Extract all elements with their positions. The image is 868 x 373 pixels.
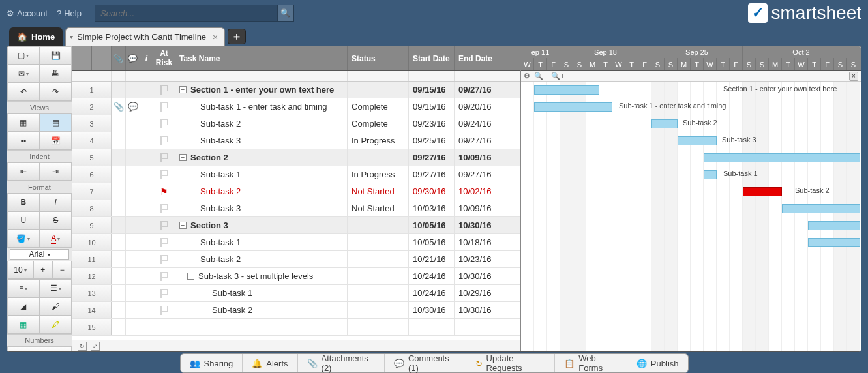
- task-name-cell[interactable]: Sub-task 1: [175, 234, 348, 250]
- table-row[interactable]: 1−Section 1 - enter your own text here09…: [72, 82, 520, 98]
- indent-button[interactable]: ⇥: [40, 162, 72, 181]
- start-date-cell[interactable]: 10/05/16: [409, 234, 455, 250]
- task-name-cell[interactable]: Sub-task 2: [175, 302, 348, 318]
- status-cell[interactable]: [348, 268, 409, 284]
- gantt-row[interactable]: [521, 302, 861, 319]
- redo-button[interactable]: ↷: [40, 83, 72, 101]
- start-date-cell[interactable]: 10/24/16: [409, 285, 455, 301]
- row-number[interactable]: 11: [72, 251, 112, 267]
- undo-button[interactable]: ↶: [7, 83, 40, 101]
- end-date-cell[interactable]: 10/09/16: [455, 200, 500, 216]
- gantt-bar[interactable]: [534, 85, 599, 95]
- zoom-out-icon[interactable]: 🔍−: [534, 72, 547, 80]
- underline-button[interactable]: U: [7, 211, 40, 230]
- comment-cell[interactable]: [126, 166, 140, 183]
- table-row[interactable]: 3Sub-task 2Complete09/23/1609/24/16: [72, 115, 520, 132]
- gantt-row[interactable]: Sub-task 2: [521, 115, 861, 132]
- comment-cell[interactable]: [126, 149, 140, 166]
- info-cell[interactable]: [140, 98, 153, 115]
- at-risk-cell[interactable]: [153, 217, 175, 233]
- clear-format-button[interactable]: ◢: [7, 297, 40, 316]
- task-name-cell[interactable]: −Sub-task 3 - set multiple levels: [175, 268, 348, 284]
- format-painter-button[interactable]: 🖌: [40, 297, 72, 316]
- attachment-cell[interactable]: [112, 115, 126, 132]
- at-risk-cell[interactable]: [153, 200, 175, 216]
- table-row[interactable]: 6Sub-task 1In Progress09/27/1609/27/16: [72, 166, 520, 183]
- end-date-cell[interactable]: 10/18/16: [455, 234, 500, 250]
- gantt-bar[interactable]: [704, 153, 860, 162]
- document-tab[interactable]: ▾ Simple Project with Gantt Timeline ×: [65, 27, 225, 46]
- collapse-toolbar-button[interactable]: [7, 346, 72, 352]
- comment-cell[interactable]: [126, 115, 140, 132]
- start-date-cell[interactable]: 09/27/16: [409, 149, 455, 166]
- table-row[interactable]: 5−Section 209/27/1610/09/16: [72, 149, 520, 166]
- gantt-close-icon[interactable]: ×: [849, 72, 858, 81]
- row-number[interactable]: 10: [72, 234, 112, 250]
- status-cell[interactable]: [348, 82, 409, 98]
- at-risk-cell[interactable]: ⚑: [153, 183, 175, 200]
- row-number[interactable]: 14: [72, 302, 112, 318]
- attachment-cell[interactable]: [112, 82, 126, 98]
- save-button[interactable]: 💾: [40, 46, 72, 65]
- start-date-cell[interactable]: 09/15/16: [409, 98, 455, 115]
- end-date-cell[interactable]: 09/20/16: [455, 98, 500, 115]
- comment-cell[interactable]: [126, 268, 140, 284]
- attachment-column-header[interactable]: 📎: [112, 46, 126, 70]
- attachment-cell[interactable]: [112, 302, 126, 318]
- attachment-cell[interactable]: [112, 319, 126, 335]
- comment-cell[interactable]: [126, 217, 140, 233]
- table-row[interactable]: 13Sub-task 110/24/1610/29/16: [72, 285, 520, 302]
- start-date-cell[interactable]: 09/15/16: [409, 82, 455, 98]
- table-row[interactable]: 15: [72, 319, 520, 336]
- at-risk-cell[interactable]: [153, 302, 175, 318]
- collapse-toggle[interactable]: −: [179, 86, 187, 93]
- row-number[interactable]: 3: [72, 115, 112, 132]
- grid-body[interactable]: 1−Section 1 - enter your own text here09…: [72, 82, 520, 340]
- webforms-button[interactable]: 📋Web Forms: [555, 354, 627, 372]
- gantt-row[interactable]: [521, 234, 861, 251]
- gantt-bar[interactable]: [808, 221, 860, 230]
- comment-cell[interactable]: [126, 132, 140, 149]
- gantt-row[interactable]: Sub-task 2: [521, 183, 861, 200]
- row-number[interactable]: 1: [72, 82, 112, 98]
- status-cell[interactable]: [348, 251, 409, 267]
- info-cell[interactable]: [140, 132, 153, 149]
- at-risk-cell[interactable]: [153, 234, 175, 250]
- end-date-cell[interactable]: [455, 319, 500, 335]
- expand-icon[interactable]: ⤢: [91, 342, 100, 351]
- gantt-bar[interactable]: [743, 187, 782, 196]
- publish-button[interactable]: 🌐Publish: [627, 354, 688, 372]
- table-row[interactable]: 4Sub-task 3In Progress09/25/1609/27/16: [72, 132, 520, 149]
- gantt-row[interactable]: [521, 149, 861, 166]
- start-date-cell[interactable]: 09/23/16: [409, 115, 455, 132]
- comment-cell[interactable]: [126, 200, 140, 216]
- status-cell[interactable]: Complete: [348, 115, 409, 132]
- at-risk-cell[interactable]: [153, 149, 175, 166]
- attachment-cell[interactable]: [112, 251, 126, 267]
- at-risk-cell[interactable]: [153, 166, 175, 183]
- start-date-cell[interactable]: 10/05/16: [409, 217, 455, 233]
- start-date-cell[interactable]: 10/30/16: [409, 302, 455, 318]
- gantt-row[interactable]: [521, 268, 861, 285]
- start-date-cell[interactable]: 10/24/16: [409, 268, 455, 284]
- end-date-cell[interactable]: 09/27/16: [455, 166, 500, 183]
- strike-button[interactable]: S: [40, 211, 72, 230]
- print-button[interactable]: 🖶: [40, 65, 72, 83]
- info-cell[interactable]: [140, 234, 153, 250]
- mail-button[interactable]: ✉▾: [7, 65, 40, 83]
- start-date-cell[interactable]: 10/03/16: [409, 200, 455, 216]
- end-date-cell[interactable]: 10/02/16: [455, 183, 500, 200]
- bold-button[interactable]: B: [7, 193, 40, 211]
- start-date-cell[interactable]: 09/25/16: [409, 132, 455, 149]
- start-date-cell[interactable]: 09/30/16: [409, 183, 455, 200]
- gantt-bar[interactable]: [704, 170, 717, 179]
- new-sheet-button[interactable]: ▢▾: [7, 46, 40, 65]
- status-cell[interactable]: [348, 302, 409, 318]
- info-cell[interactable]: [140, 200, 153, 216]
- add-tab-button[interactable]: ＋: [228, 29, 246, 44]
- attachment-cell[interactable]: [112, 217, 126, 233]
- gantt-bar[interactable]: [808, 238, 860, 247]
- row-number[interactable]: 8: [72, 200, 112, 216]
- gantt-row[interactable]: [521, 200, 861, 217]
- gantt-settings-icon[interactable]: ⚙: [524, 72, 530, 80]
